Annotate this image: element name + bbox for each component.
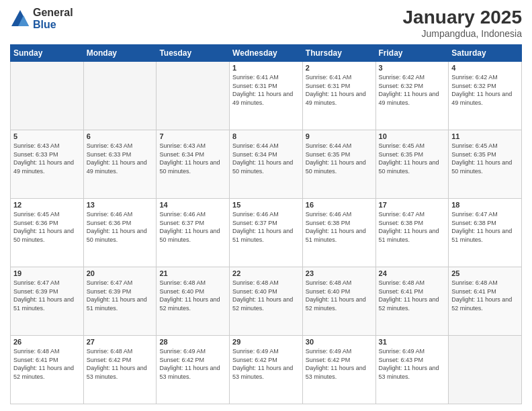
day-info: Sunrise: 6:48 AMSunset: 6:40 PMDaylight:… xyxy=(159,279,226,312)
calendar-cell: 24Sunrise: 6:48 AMSunset: 6:41 PMDayligh… xyxy=(375,267,449,336)
day-info: Sunrise: 6:47 AMSunset: 6:38 PMDaylight:… xyxy=(379,210,446,244)
calendar-cell: 4Sunrise: 6:42 AMSunset: 6:32 PMDaylight… xyxy=(449,62,522,130)
weekday-header-row: Sunday Monday Tuesday Wednesday Thursday… xyxy=(11,45,522,62)
calendar-week-row: 5Sunrise: 6:43 AMSunset: 6:33 PMDaylight… xyxy=(11,130,522,199)
logo-general: General xyxy=(33,7,73,19)
day-number: 18 xyxy=(451,201,519,209)
day-number: 9 xyxy=(306,132,373,140)
calendar-cell: 30Sunrise: 6:49 AMSunset: 6:42 PMDayligh… xyxy=(302,336,375,404)
header-friday: Friday xyxy=(375,45,449,62)
calendar-cell: 5Sunrise: 6:43 AMSunset: 6:33 PMDaylight… xyxy=(11,130,84,199)
calendar-cell: 11Sunrise: 6:45 AMSunset: 6:35 PMDayligh… xyxy=(449,130,522,199)
calendar-cell: 14Sunrise: 6:46 AMSunset: 6:37 PMDayligh… xyxy=(157,199,230,267)
day-info: Sunrise: 6:48 AMSunset: 6:41 PMDaylight:… xyxy=(13,347,81,381)
day-number: 25 xyxy=(451,269,519,277)
day-info: Sunrise: 6:48 AMSunset: 6:42 PMDaylight:… xyxy=(87,347,154,381)
calendar-cell: 20Sunrise: 6:47 AMSunset: 6:39 PMDayligh… xyxy=(83,267,157,336)
day-info: Sunrise: 6:48 AMSunset: 6:40 PMDaylight:… xyxy=(306,279,373,312)
logo-blue: Blue xyxy=(33,19,73,31)
header-thursday: Thursday xyxy=(302,45,375,62)
day-info: Sunrise: 6:47 AMSunset: 6:39 PMDaylight:… xyxy=(87,279,154,312)
day-info: Sunrise: 6:49 AMSunset: 6:42 PMDaylight:… xyxy=(232,347,300,381)
calendar-cell: 13Sunrise: 6:46 AMSunset: 6:36 PMDayligh… xyxy=(83,199,157,267)
day-info: Sunrise: 6:43 AMSunset: 6:34 PMDaylight:… xyxy=(159,142,226,175)
day-info: Sunrise: 6:48 AMSunset: 6:40 PMDaylight:… xyxy=(232,279,300,312)
header-saturday: Saturday xyxy=(449,45,522,62)
day-number: 30 xyxy=(306,338,373,346)
day-info: Sunrise: 6:46 AMSunset: 6:38 PMDaylight:… xyxy=(306,210,373,244)
calendar-cell: 31Sunrise: 6:49 AMSunset: 6:43 PMDayligh… xyxy=(375,336,449,404)
day-info: Sunrise: 6:45 AMSunset: 6:36 PMDaylight:… xyxy=(13,210,81,244)
calendar-cell: 18Sunrise: 6:47 AMSunset: 6:38 PMDayligh… xyxy=(449,199,522,267)
day-info: Sunrise: 6:42 AMSunset: 6:32 PMDaylight:… xyxy=(451,73,519,107)
calendar-week-row: 12Sunrise: 6:45 AMSunset: 6:36 PMDayligh… xyxy=(11,199,522,267)
day-number: 14 xyxy=(159,201,226,209)
day-info: Sunrise: 6:45 AMSunset: 6:35 PMDaylight:… xyxy=(451,142,519,175)
day-number: 23 xyxy=(306,269,373,277)
day-number: 12 xyxy=(13,201,81,209)
day-info: Sunrise: 6:49 AMSunset: 6:43 PMDaylight:… xyxy=(379,347,446,381)
calendar-cell: 19Sunrise: 6:47 AMSunset: 6:39 PMDayligh… xyxy=(11,267,84,336)
calendar-cell xyxy=(157,62,230,130)
calendar-cell: 6Sunrise: 6:43 AMSunset: 6:33 PMDaylight… xyxy=(83,130,157,199)
day-number: 16 xyxy=(306,201,373,209)
day-info: Sunrise: 6:45 AMSunset: 6:35 PMDaylight:… xyxy=(379,142,446,175)
calendar-header: Sunday Monday Tuesday Wednesday Thursday… xyxy=(11,45,522,62)
day-number: 21 xyxy=(159,269,226,277)
calendar-cell: 21Sunrise: 6:48 AMSunset: 6:40 PMDayligh… xyxy=(157,267,230,336)
calendar-cell: 7Sunrise: 6:43 AMSunset: 6:34 PMDaylight… xyxy=(157,130,230,199)
calendar-cell xyxy=(11,62,84,130)
calendar-cell: 10Sunrise: 6:45 AMSunset: 6:35 PMDayligh… xyxy=(375,130,449,199)
day-number: 13 xyxy=(87,201,154,209)
day-info: Sunrise: 6:49 AMSunset: 6:42 PMDaylight:… xyxy=(306,347,373,381)
day-info: Sunrise: 6:47 AMSunset: 6:39 PMDaylight:… xyxy=(13,279,81,312)
calendar-cell: 9Sunrise: 6:44 AMSunset: 6:35 PMDaylight… xyxy=(302,130,375,199)
day-info: Sunrise: 6:44 AMSunset: 6:35 PMDaylight:… xyxy=(306,142,373,175)
header-wednesday: Wednesday xyxy=(230,45,303,62)
day-info: Sunrise: 6:46 AMSunset: 6:37 PMDaylight:… xyxy=(232,210,300,244)
day-info: Sunrise: 6:48 AMSunset: 6:41 PMDaylight:… xyxy=(451,279,519,312)
day-number: 2 xyxy=(306,64,373,72)
day-number: 6 xyxy=(87,132,154,140)
title-block: January 2025 Jumpangdua, Indonesia xyxy=(403,7,522,39)
day-number: 24 xyxy=(379,269,446,277)
day-number: 8 xyxy=(232,132,300,140)
day-info: Sunrise: 6:42 AMSunset: 6:32 PMDaylight:… xyxy=(379,73,446,107)
day-info: Sunrise: 6:41 AMSunset: 6:31 PMDaylight:… xyxy=(232,73,300,107)
day-number: 11 xyxy=(451,132,519,140)
header-monday: Monday xyxy=(83,45,157,62)
calendar-cell: 28Sunrise: 6:49 AMSunset: 6:42 PMDayligh… xyxy=(157,336,230,404)
day-info: Sunrise: 6:46 AMSunset: 6:36 PMDaylight:… xyxy=(87,210,154,244)
month-title: January 2025 xyxy=(403,7,522,28)
calendar-cell xyxy=(449,336,522,404)
calendar-cell: 16Sunrise: 6:46 AMSunset: 6:38 PMDayligh… xyxy=(302,199,375,267)
day-info: Sunrise: 6:43 AMSunset: 6:33 PMDaylight:… xyxy=(87,142,154,175)
calendar-cell: 22Sunrise: 6:48 AMSunset: 6:40 PMDayligh… xyxy=(230,267,303,336)
logo-icon xyxy=(10,9,30,29)
calendar-cell: 27Sunrise: 6:48 AMSunset: 6:42 PMDayligh… xyxy=(83,336,157,404)
day-info: Sunrise: 6:44 AMSunset: 6:34 PMDaylight:… xyxy=(232,142,300,175)
day-number: 22 xyxy=(232,269,300,277)
location: Jumpangdua, Indonesia xyxy=(403,28,522,39)
calendar-cell: 1Sunrise: 6:41 AMSunset: 6:31 PMDaylight… xyxy=(230,62,303,130)
calendar-cell: 23Sunrise: 6:48 AMSunset: 6:40 PMDayligh… xyxy=(302,267,375,336)
day-info: Sunrise: 6:43 AMSunset: 6:33 PMDaylight:… xyxy=(13,142,81,175)
day-number: 17 xyxy=(379,201,446,209)
header: General Blue January 2025 Jumpangdua, In… xyxy=(10,7,522,39)
day-info: Sunrise: 6:46 AMSunset: 6:37 PMDaylight:… xyxy=(159,210,226,244)
calendar: Sunday Monday Tuesday Wednesday Thursday… xyxy=(10,44,522,404)
day-number: 7 xyxy=(159,132,226,140)
day-number: 3 xyxy=(379,64,446,72)
calendar-cell: 25Sunrise: 6:48 AMSunset: 6:41 PMDayligh… xyxy=(449,267,522,336)
calendar-body: 1Sunrise: 6:41 AMSunset: 6:31 PMDaylight… xyxy=(11,62,522,404)
calendar-week-row: 26Sunrise: 6:48 AMSunset: 6:41 PMDayligh… xyxy=(11,336,522,404)
header-sunday: Sunday xyxy=(11,45,84,62)
calendar-cell: 2Sunrise: 6:41 AMSunset: 6:31 PMDaylight… xyxy=(302,62,375,130)
header-tuesday: Tuesday xyxy=(157,45,230,62)
day-number: 10 xyxy=(379,132,446,140)
day-number: 15 xyxy=(232,201,300,209)
day-info: Sunrise: 6:48 AMSunset: 6:41 PMDaylight:… xyxy=(379,279,446,312)
day-info: Sunrise: 6:49 AMSunset: 6:42 PMDaylight:… xyxy=(159,347,226,381)
calendar-cell: 29Sunrise: 6:49 AMSunset: 6:42 PMDayligh… xyxy=(230,336,303,404)
day-info: Sunrise: 6:47 AMSunset: 6:38 PMDaylight:… xyxy=(451,210,519,244)
